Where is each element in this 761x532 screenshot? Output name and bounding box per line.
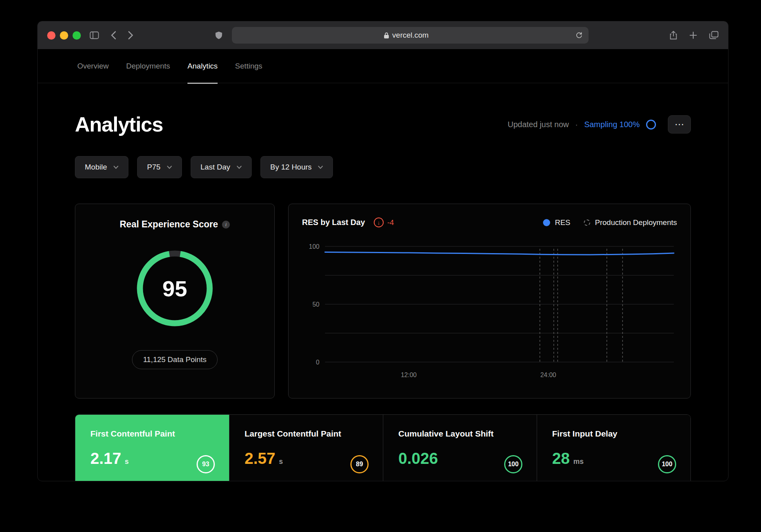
metric-card-first-input-delay[interactable]: First Input Delay 28 ms 100 bbox=[537, 415, 690, 481]
reload-icon[interactable] bbox=[575, 31, 583, 39]
forward-button-icon[interactable] bbox=[128, 31, 133, 40]
filter-bar: Mobile P75 Last Day By 12 Hours bbox=[75, 156, 691, 178]
res-chart-card: RES by Last Day ↓ -4 RES Production Depl… bbox=[288, 204, 691, 399]
data-points-badge: 11,125 Data Points bbox=[132, 350, 218, 369]
svg-text:24:00: 24:00 bbox=[540, 372, 556, 378]
metric-value: 0.026 bbox=[398, 450, 438, 467]
url-text: vercel.com bbox=[392, 31, 429, 40]
percentile-filter-dropdown[interactable]: P75 bbox=[137, 156, 182, 178]
tab-label: Settings bbox=[235, 62, 262, 71]
close-window-button[interactable] bbox=[47, 31, 55, 40]
timerange-filter-dropdown[interactable]: Last Day bbox=[191, 156, 252, 178]
delta-indicator: ↓ -4 bbox=[374, 217, 394, 227]
metric-score-badge: 100 bbox=[658, 455, 676, 473]
res-card-title: Real Experience Score bbox=[120, 219, 218, 230]
svg-text:100: 100 bbox=[309, 243, 319, 250]
delta-value: -4 bbox=[387, 218, 394, 227]
share-icon[interactable] bbox=[669, 31, 677, 40]
legend-res[interactable]: RES bbox=[543, 218, 570, 227]
metric-card-first-contentful-paint[interactable]: First Contentful Paint 2.17 s 93 bbox=[75, 415, 229, 481]
legend-label: Production Deployments bbox=[595, 218, 677, 227]
tab-analytics[interactable]: Analytics bbox=[187, 49, 218, 83]
legend-production-deployments[interactable]: Production Deployments bbox=[584, 218, 677, 227]
privacy-shield-icon[interactable] bbox=[214, 31, 223, 40]
svg-text:12:00: 12:00 bbox=[401, 372, 417, 378]
interval-filter-dropdown[interactable]: By 12 Hours bbox=[260, 156, 333, 178]
metric-unit: s bbox=[279, 458, 283, 466]
chevron-down-icon bbox=[318, 166, 323, 169]
chevron-down-icon bbox=[237, 166, 242, 169]
tab-label: Overview bbox=[77, 62, 109, 71]
metric-score-badge: 100 bbox=[504, 455, 522, 473]
new-tab-icon[interactable] bbox=[689, 31, 697, 39]
filter-label: Mobile bbox=[85, 163, 107, 172]
metric-value: 2.57 bbox=[245, 450, 275, 467]
metric-title: First Contentful Paint bbox=[90, 429, 214, 439]
address-bar[interactable]: vercel.com bbox=[232, 27, 589, 44]
chevron-down-icon bbox=[113, 166, 119, 169]
chevron-down-icon bbox=[167, 166, 172, 169]
browser-chrome: vercel.com bbox=[38, 21, 728, 49]
metric-title: First Input Delay bbox=[552, 429, 675, 439]
back-button-icon[interactable] bbox=[111, 31, 116, 40]
chart-legend: RES Production Deployments bbox=[543, 218, 677, 227]
filter-label: P75 bbox=[147, 163, 161, 172]
updated-status: Updated just now bbox=[508, 120, 569, 129]
tab-label: Analytics bbox=[187, 62, 218, 71]
info-icon[interactable]: i bbox=[222, 221, 230, 229]
web-vitals-row: First Contentful Paint 2.17 s 93 Largest… bbox=[75, 414, 691, 481]
lock-icon bbox=[384, 32, 389, 39]
metric-value: 28 bbox=[552, 450, 570, 467]
tab-label: Deployments bbox=[126, 62, 170, 71]
svg-text:50: 50 bbox=[312, 301, 319, 308]
tab-overview[interactable]: Overview bbox=[77, 49, 109, 83]
ellipsis-icon: ⋯ bbox=[675, 119, 684, 130]
filter-label: By 12 Hours bbox=[270, 163, 312, 172]
real-experience-score-card: Real Experience Score i 95 11,125 Data P… bbox=[75, 204, 275, 399]
browser-window: vercel.com bbox=[37, 21, 728, 481]
metric-score-badge: 89 bbox=[350, 455, 369, 473]
filter-label: Last Day bbox=[201, 163, 230, 172]
metric-title: Cumulative Layout Shift bbox=[398, 429, 522, 439]
res-line-chart[interactable]: 10050012:0024:00 bbox=[302, 243, 677, 381]
chart-title: RES by Last Day bbox=[302, 218, 365, 227]
res-score-value: 95 bbox=[135, 249, 214, 328]
tab-overview-icon[interactable] bbox=[709, 31, 719, 40]
zoom-window-button[interactable] bbox=[73, 31, 81, 40]
metric-value: 2.17 bbox=[90, 450, 121, 467]
more-options-button[interactable]: ⋯ bbox=[668, 115, 691, 133]
metric-card-cumulative-layout-shift[interactable]: Cumulative Layout Shift 0.026 100 bbox=[383, 415, 537, 481]
tab-settings[interactable]: Settings bbox=[235, 49, 262, 83]
deployments-legend-dashed-circle-icon bbox=[584, 219, 590, 226]
metric-card-largest-contentful-paint[interactable]: Largest Contentful Paint 2.57 s 89 bbox=[229, 415, 383, 481]
arrow-down-circle-icon: ↓ bbox=[374, 217, 384, 227]
tab-deployments[interactable]: Deployments bbox=[126, 49, 170, 83]
metric-score-badge: 93 bbox=[197, 455, 215, 473]
minimize-window-button[interactable] bbox=[60, 31, 68, 40]
score-gauge: 95 bbox=[135, 249, 214, 328]
metric-title: Largest Contentful Paint bbox=[245, 429, 368, 439]
sampling-link[interactable]: Sampling 100% bbox=[584, 120, 640, 129]
sidebar-toggle-icon[interactable] bbox=[90, 31, 99, 39]
meta-separator: · bbox=[575, 120, 578, 129]
page-title: Analytics bbox=[75, 113, 163, 136]
svg-text:0: 0 bbox=[316, 359, 319, 366]
metric-unit: ms bbox=[574, 458, 584, 466]
sampling-progress-ring bbox=[646, 120, 656, 130]
traffic-lights bbox=[47, 31, 81, 40]
analytics-page: Analytics Updated just now · Sampling 10… bbox=[38, 113, 728, 481]
metric-unit: s bbox=[125, 458, 129, 466]
site-nav: Overview Deployments Analytics Settings bbox=[38, 49, 728, 83]
device-filter-dropdown[interactable]: Mobile bbox=[75, 156, 128, 178]
legend-label: RES bbox=[555, 218, 570, 227]
res-legend-dot-icon bbox=[543, 219, 550, 226]
